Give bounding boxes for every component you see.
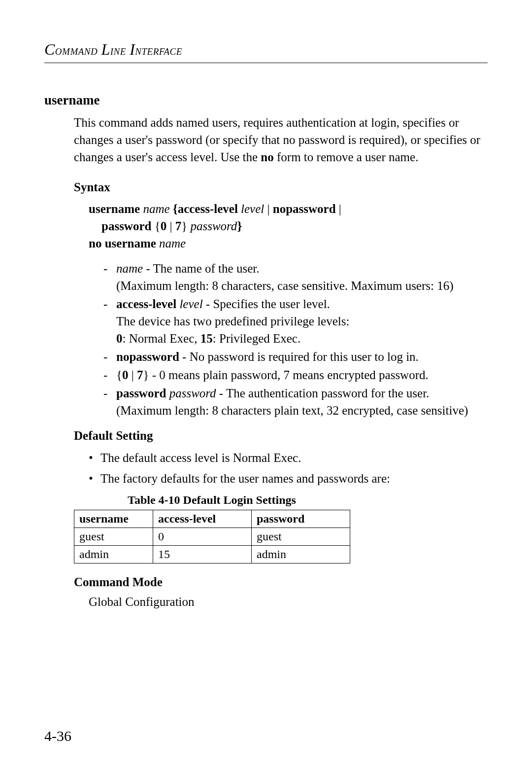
- table-header-row: username access-level password: [74, 510, 350, 528]
- desc-no-keyword: no: [261, 150, 273, 164]
- param-text: - 0 means plain password, 7 means encryp…: [149, 368, 429, 382]
- param-list: - name - The name of the user. (Maximum …: [103, 260, 488, 419]
- table-row: guest 0 guest: [74, 528, 350, 546]
- bullet-item: • The default access level is Normal Exe…: [89, 449, 488, 467]
- syntax-line-2: password {0 | 7} password}: [101, 217, 488, 235]
- kw-password: password: [101, 219, 151, 233]
- param-text: - The authentication password for the us…: [216, 387, 430, 400]
- td-password: admin: [252, 546, 350, 563]
- param-content: nopassword - No password is required for…: [116, 348, 488, 365]
- bullet-list: • The default access level is Normal Exe…: [89, 449, 488, 488]
- table-row: admin 15 admin: [74, 546, 350, 563]
- pipe-2: |: [336, 202, 341, 215]
- param-password: password: [116, 387, 166, 400]
- param-content: {0 | 7} - 0 means plain password, 7 mean…: [116, 366, 488, 384]
- syntax-line-3: no username name: [89, 235, 488, 252]
- bullet-item: • The factory defaults for the user name…: [89, 469, 488, 488]
- lit-7: 7: [175, 219, 182, 233]
- th-access-level: access-level: [153, 510, 252, 528]
- lit-0: 0: [161, 219, 167, 233]
- td-username: guest: [74, 528, 153, 546]
- command-mode-heading: Command Mode: [74, 575, 488, 589]
- lit-0-c: 0: [122, 368, 129, 382]
- kw-nopassword: nopassword: [273, 202, 336, 215]
- param-item: - password password - The authentication…: [103, 385, 488, 419]
- param-cont: (Maximum length: 8 characters, case sens…: [116, 279, 454, 292]
- dash-icon: -: [103, 295, 116, 347]
- syntax-heading: Syntax: [74, 180, 488, 194]
- syntax-line-1: username name {access-level level | nopa…: [89, 200, 488, 217]
- param-content: name - The name of the user. (Maximum le…: [116, 260, 488, 294]
- bullet-icon: •: [89, 449, 100, 467]
- bullet-text: The factory defaults for the user names …: [100, 469, 390, 488]
- command-mode-text: Global Configuration: [89, 595, 488, 609]
- dash-icon: -: [103, 366, 116, 384]
- td-access-level: 15: [153, 546, 252, 563]
- param-text: - Specifies the user level.: [203, 297, 330, 311]
- kw-username: username: [89, 202, 140, 215]
- dash-icon: -: [103, 385, 116, 419]
- default-login-table: username access-level password guest 0 g…: [74, 510, 350, 563]
- lit-7-c: 7: [137, 368, 143, 382]
- param-cont: (Maximum length: 8 characters plain text…: [116, 404, 468, 417]
- brace-close: }: [237, 219, 242, 233]
- brace-open-3: {: [116, 368, 122, 382]
- kw-access-level: access-level: [178, 202, 238, 215]
- syntax-block: username name {access-level level | nopa…: [89, 200, 488, 252]
- dash-icon: -: [103, 348, 116, 365]
- param-text: - No password is required for this user …: [179, 350, 419, 363]
- page-header: Command Line Interface: [44, 40, 488, 63]
- pipe-4: |: [129, 368, 137, 382]
- desc-text-3: form to remove a user name.: [274, 150, 419, 164]
- arg-level: level: [238, 202, 267, 215]
- param-item: - name - The name of the user. (Maximum …: [103, 260, 488, 294]
- arg-name-2: name: [156, 237, 186, 250]
- txt-priv: : Privileged Exec.: [213, 332, 300, 345]
- param-cont: The device has two predefined privilege …: [116, 315, 349, 328]
- td-username: admin: [74, 546, 153, 563]
- page-number: 4-36: [44, 728, 71, 744]
- param-content: password password - The authentication p…: [116, 385, 488, 419]
- param-item: - access-level level - Specifies the use…: [103, 295, 488, 347]
- bullet-text: The default access level is Normal Exec.: [100, 449, 301, 467]
- bullet-icon: •: [89, 469, 100, 488]
- param-name: name: [116, 262, 143, 275]
- lit-0-b: 0: [116, 332, 123, 345]
- param-item: - {0 | 7} - 0 means plain password, 7 me…: [103, 366, 488, 384]
- txt-normal: : Normal Exec,: [123, 332, 200, 345]
- brace-close-3: }: [143, 368, 149, 382]
- param-level: level: [176, 297, 202, 311]
- default-setting-heading: Default Setting: [74, 429, 488, 443]
- th-password: password: [252, 510, 350, 528]
- param-item: - nopassword - No password is required f…: [103, 348, 488, 365]
- param-nopassword: nopassword: [116, 350, 179, 363]
- arg-password-2: password: [166, 387, 216, 400]
- param-text: - The name of the user.: [143, 262, 259, 275]
- brace-open-2: {: [151, 219, 160, 233]
- arg-name: name: [140, 202, 173, 215]
- param-content: access-level level - Specifies the user …: [116, 295, 488, 347]
- kw-no-username: no username: [89, 237, 156, 250]
- table-caption: Table 4-10 Default Login Settings: [74, 493, 350, 507]
- brace-close-2: }: [181, 219, 187, 233]
- pipe-1: |: [267, 202, 273, 215]
- brace-open: {: [173, 202, 178, 215]
- td-access-level: 0: [153, 528, 252, 546]
- td-password: guest: [252, 528, 350, 546]
- dash-icon: -: [103, 260, 116, 294]
- pipe-3: |: [166, 219, 175, 233]
- lit-15-b: 15: [200, 332, 213, 345]
- param-access-level: access-level: [116, 297, 176, 311]
- command-title: username: [44, 93, 488, 108]
- command-description: This command adds named users, requires …: [74, 114, 488, 166]
- th-username: username: [74, 510, 153, 528]
- arg-password: password: [187, 219, 237, 233]
